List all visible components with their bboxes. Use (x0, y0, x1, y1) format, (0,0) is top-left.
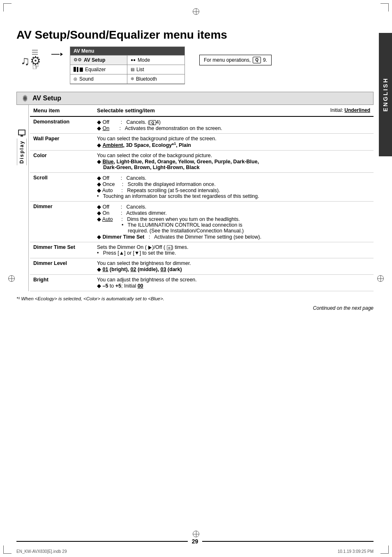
setting-options-cont: Dark-Green, Brown, Light-Brown, Black (97, 165, 370, 170)
monitor-icon (18, 130, 25, 135)
initial-label: Initial: Underlined (330, 107, 370, 113)
setting-row: ◆ Off : Cancels. (97, 204, 370, 210)
setting-extra: • Press [▲] or [▼] to set the time. (97, 250, 370, 256)
av-menu-label-sound: Sound (79, 76, 94, 82)
table-row: Wall Paper You can select the background… (30, 133, 374, 150)
av-menu-item-sound[interactable]: ◎ Sound (70, 74, 127, 84)
av-menu-header: AV Menu (70, 47, 184, 55)
menu-item-bright: Bright (30, 274, 94, 291)
search-icon: Q (253, 57, 261, 63)
doc-footer: EN_KW-AVX830[E].indb 29 10.1.19 3:09:25 … (16, 549, 374, 554)
play-icon (148, 246, 152, 250)
display-label: Display (17, 139, 27, 165)
setting-row: ◆ Auto : Repeats scrolling (at 5-second … (97, 187, 370, 193)
menu-item-dimmerlevel: Dimmer Level (30, 258, 94, 274)
menu-ops-ref: 9. (263, 57, 267, 63)
av-menu-item-avsetup[interactable]: ⚙ AV Setup (70, 56, 127, 65)
av-menu-item-mode[interactable]: ● Mode (127, 56, 184, 65)
av-menu-item-bluetooth[interactable]: ❊ Bluetooth (127, 74, 184, 84)
svg-point-2 (24, 97, 26, 100)
setting-row: ◆ Off : Cancels. (97, 175, 370, 181)
table-row: Scroll ◆ Off : Cancels. ◆ Once : Scrolls… (30, 172, 374, 201)
setting-row: ◆ Once : Scrolls the displayed informati… (97, 181, 370, 187)
setting-text: You can select the background picture of… (97, 136, 370, 142)
list-icon: ▤ (131, 67, 134, 72)
setting-row: ◆ On : Activates dimmer. (97, 210, 370, 216)
doc-footer-left: EN_KW-AVX830[E].indb 29 (16, 549, 67, 554)
menu-ops-text: For menu operations, (204, 57, 251, 63)
page-title: AV Setup/Sound/Equalizer menu items (16, 29, 374, 42)
section-title: AV Setup (32, 95, 61, 102)
bottom-bar: 29 (16, 538, 374, 545)
setting-options: ◆ 01 (bright), 02 (middle), 03 (dark) (97, 266, 370, 272)
setting-bullet: • Touching an information bar scrolls th… (97, 193, 370, 199)
menu-item-scroll: Scroll (30, 172, 94, 201)
equalizer-icon: ▊▌▇ (74, 67, 83, 72)
section-gear-icon (21, 94, 29, 102)
menu-item-demonstration: Demonstration (30, 116, 94, 134)
setting-dimmertimeset: Sets the Dimmer On ( )/Off ( ⊞) times. •… (94, 242, 374, 258)
table-row: Demonstration ◆ Off : Cancels. (Q4) ◆ On… (30, 116, 374, 134)
col-header-setting: Selectable setting/item Initial: Underli… (94, 105, 374, 116)
hand-icon: ☞ (32, 61, 44, 74)
setting-text: You can select the color of the backgrou… (97, 153, 370, 158)
av-menu-label-bluetooth: Bluetooth (136, 76, 157, 82)
setting-text: You can adjust the brightness of the scr… (97, 277, 370, 283)
col-header-menu: Menu item (30, 105, 94, 116)
table-row: Dimmer Level You can select the brightne… (30, 258, 374, 274)
settings-table: Menu item Selectable setting/item Initia… (30, 105, 374, 291)
setting-row: ◆ On : Activates the demonstration on th… (97, 125, 370, 131)
continued-text: Continued on the next page (16, 305, 374, 311)
setting-bright: You can adjust the brightness of the scr… (94, 274, 374, 291)
sound-icon: ◎ (74, 77, 77, 81)
av-menu-item-equalizer[interactable]: ▊▌▇ Equalizer (70, 65, 127, 74)
search-ref-icon: Q (150, 120, 156, 125)
table-row: Color You can select the color of the ba… (30, 150, 374, 172)
menu-item-color: Color (30, 150, 94, 172)
setting-row: ◆ Off : Cancels. (Q4) (97, 119, 370, 125)
page-number: 29 (192, 538, 198, 545)
av-menu-label-list: List (136, 67, 144, 72)
setting-color: You can select the color of the backgrou… (94, 150, 374, 172)
menu-item-dimmer: Dimmer (30, 201, 94, 242)
setting-dimmerlevel: You can select the brightness for dimmer… (94, 258, 374, 274)
setting-dimmer: ◆ Off : Cancels. ◆ On : Activates dimmer… (94, 201, 374, 242)
av-menu-diagram: ♫⚙ ☞ AV Menu ⚙ (16, 46, 374, 84)
setting-scroll: ◆ Off : Cancels. ◆ Once : Scrolls the di… (94, 172, 374, 201)
setting-row: ◆ Dimmer Time Set : Activates the Dimmer… (97, 234, 370, 240)
mode-icon: ● (131, 58, 136, 62)
cal-icon: ⊞ (167, 245, 172, 250)
monitor-icon-container (18, 105, 25, 139)
gear-icon: ⚙ (74, 57, 82, 63)
setting-text: Sets the Dimmer On ( )/Off ( ⊞) times. (97, 244, 370, 250)
av-menu-item-list[interactable]: ▤ List (127, 65, 184, 74)
arrow-divider (51, 53, 64, 56)
av-menu-grid: ⚙ AV Setup ● Mode ▊▌▇ Equalizer ▤ List ◎ (70, 55, 184, 84)
footnote: *¹ When <Ecology> is selected, <Color> i… (16, 296, 374, 301)
table-row: Dimmer ◆ Off : Cancels. ◆ On : Activates… (30, 201, 374, 242)
setting-row: ◆ Auto : Dims the screen when you turn o… (97, 216, 370, 222)
setting-options: ◆ –5 to +5; Initial 00 (97, 283, 370, 289)
setting-options: ◆ Blue, Light-Blue, Red, Orange, Yellow,… (97, 158, 370, 165)
setting-text: You can select the brightness for dimmer… (97, 260, 370, 266)
av-setup-section-header: AV Setup (16, 92, 374, 105)
language-label: ENGLISH (382, 77, 389, 111)
doc-footer-right: 10.1.19 3:09:25 PM (338, 549, 374, 554)
english-sidebar: ENGLISH (379, 33, 392, 156)
av-menu-label-equalizer: Equalizer (85, 67, 106, 72)
setting-wallpaper: You can select the background picture of… (94, 133, 374, 150)
setting-subbullet: • The ILLUMINATION CONTROL lead connecti… (97, 222, 370, 228)
bluetooth-icon: ❊ (131, 77, 134, 81)
music-icon-box: ♫⚙ ☞ (16, 46, 45, 75)
svg-text:☞: ☞ (32, 63, 39, 72)
table-row: Bright You can adjust the brightness of … (30, 274, 374, 291)
av-menu-label-mode: Mode (138, 57, 150, 63)
av-menu-label-avsetup: AV Setup (84, 57, 105, 63)
table-row: Dimmer Time Set Sets the Dimmer On ( )/O… (30, 242, 374, 258)
setting-demonstration: ◆ Off : Cancels. (Q4) ◆ On : Activates t… (94, 116, 374, 134)
settings-table-wrapper: Display Menu item Selectable setting/ite… (16, 105, 374, 291)
av-menu-panel: AV Menu ⚙ AV Setup ● Mode ▊▌▇ Equalizer … (70, 46, 185, 84)
menu-item-dimmertimeset: Dimmer Time Set (30, 242, 94, 258)
bottom-line-right (202, 541, 374, 542)
bottom-line-left (16, 541, 188, 542)
